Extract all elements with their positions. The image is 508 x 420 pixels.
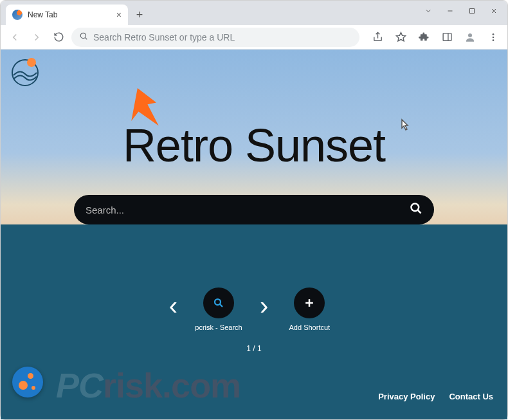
contact-link[interactable]: Contact Us <box>449 392 493 401</box>
reload-button[interactable] <box>50 28 68 46</box>
shortcuts-row: ‹ pcrisk - Search › Add Shortcut <box>1 288 507 331</box>
side-panel-icon[interactable] <box>438 28 456 46</box>
shortcut-label: Add Shortcut <box>289 324 331 331</box>
shortcut-pager: 1 / 1 <box>1 344 507 353</box>
svg-line-5 <box>86 37 87 39</box>
shortcut-item[interactable]: pcrisk - Search <box>189 288 248 331</box>
tab-favicon-icon <box>12 10 23 20</box>
svg-line-19 <box>220 304 222 307</box>
settings-fab-button[interactable] <box>12 367 43 397</box>
page-search-bar[interactable] <box>74 195 434 224</box>
add-shortcut-item[interactable]: Add Shortcut <box>280 288 339 331</box>
search-submit-icon[interactable] <box>410 202 422 217</box>
bookmark-star-icon[interactable] <box>392 28 410 46</box>
svg-marker-7 <box>396 32 405 41</box>
dropdown-icon[interactable] <box>419 3 438 19</box>
extension-logo-icon <box>10 56 41 87</box>
titlebar: New Tab × + <box>1 1 507 25</box>
address-bar[interactable]: Search Retro Sunset or type a URL <box>71 28 359 47</box>
minimize-button[interactable] <box>440 3 460 19</box>
maximize-button[interactable] <box>462 3 482 19</box>
extensions-icon[interactable] <box>415 28 433 46</box>
back-button[interactable] <box>6 28 24 46</box>
shortcut-search-icon[interactable] <box>203 288 234 318</box>
kebab-menu-icon[interactable] <box>484 28 502 46</box>
tab-title: New Tab <box>28 10 111 19</box>
new-tab-button[interactable]: + <box>131 6 149 24</box>
svg-point-18 <box>215 299 221 305</box>
forward-button[interactable] <box>28 28 46 46</box>
svg-point-13 <box>493 39 494 41</box>
svg-rect-8 <box>443 33 451 41</box>
next-page-button[interactable]: › <box>260 291 268 320</box>
svg-rect-1 <box>470 9 475 14</box>
svg-point-11 <box>493 33 494 35</box>
add-shortcut-icon[interactable] <box>294 288 325 318</box>
search-icon <box>79 32 88 43</box>
page-content: Retro Sunset ‹ pcrisk - Search › Add Sho… <box>1 50 507 419</box>
share-icon[interactable] <box>368 28 386 46</box>
svg-point-10 <box>468 33 472 37</box>
shortcut-label: pcrisk - Search <box>195 324 242 331</box>
browser-toolbar: Search Retro Sunset or type a URL <box>1 25 507 50</box>
search-input[interactable] <box>86 205 410 215</box>
svg-point-4 <box>80 33 86 38</box>
footer-links: Privacy Policy Contact Us <box>378 392 493 401</box>
svg-point-12 <box>493 36 494 38</box>
prev-page-button[interactable]: ‹ <box>169 291 177 320</box>
close-tab-icon[interactable]: × <box>116 10 122 20</box>
privacy-link[interactable]: Privacy Policy <box>378 392 435 401</box>
svg-line-17 <box>418 210 421 214</box>
profile-avatar-icon[interactable] <box>461 28 479 46</box>
close-window-button[interactable] <box>484 3 503 19</box>
page-title: Retro Sunset <box>1 119 507 172</box>
svg-point-16 <box>412 204 419 212</box>
address-bar-placeholder: Search Retro Sunset or type a URL <box>93 32 352 42</box>
browser-tab[interactable]: New Tab × <box>6 5 128 25</box>
svg-point-15 <box>27 58 36 67</box>
